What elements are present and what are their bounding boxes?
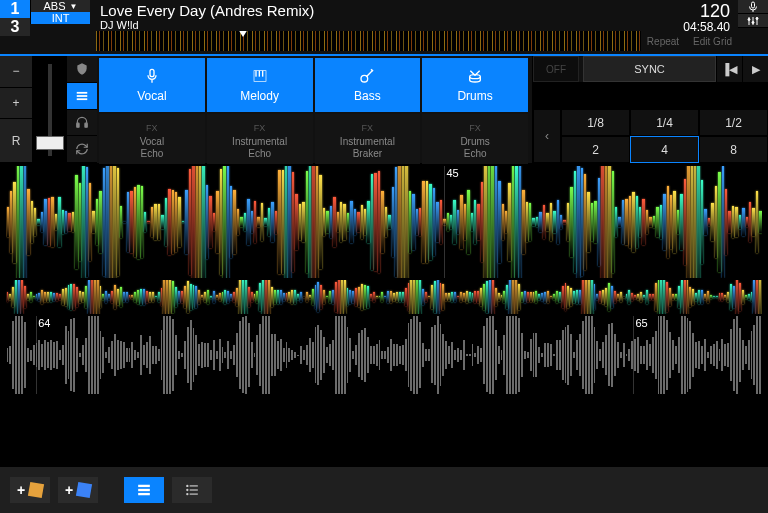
fx-name-line: Vocal	[140, 136, 164, 147]
svg-point-21	[186, 489, 188, 491]
stem-bass-button[interactable]: Bass	[315, 58, 421, 112]
stems-icon	[75, 89, 89, 103]
stem-vocal-button[interactable]: Vocal	[99, 58, 205, 112]
slip-off-indicator[interactable]: OFF	[533, 56, 579, 82]
stem-drums-button[interactable]: Drums	[422, 58, 528, 112]
int-mode-button[interactable]: INT	[30, 12, 90, 24]
chevron-left-icon: ‹	[545, 129, 549, 143]
mono-waveform[interactable]: 64 65	[6, 316, 762, 394]
stem-melody-button[interactable]: Melody	[207, 58, 313, 112]
main-waveform[interactable]: 45	[6, 166, 762, 278]
svg-point-3	[756, 17, 758, 19]
edit-grid-button[interactable]: Edit Grid	[693, 36, 732, 47]
fx-name-line: Echo	[464, 148, 487, 159]
svg-rect-18	[138, 493, 150, 495]
cube-icon	[28, 482, 44, 498]
controls-row: − + R Vocal	[0, 56, 768, 164]
svg-rect-16	[138, 485, 150, 487]
beat-cell[interactable]: 2	[561, 136, 630, 163]
fx-bass-button[interactable]: FX Instrumental Braker	[315, 114, 421, 168]
view-grid-button[interactable]	[124, 477, 164, 503]
track-overview-waveform[interactable]	[96, 31, 641, 51]
add-smart-crate-button[interactable]: +	[58, 477, 98, 503]
track-artist: DJ W!ld	[100, 19, 139, 31]
add-crate-button[interactable]: +	[10, 477, 50, 503]
sync-button[interactable]: SYNC	[583, 56, 716, 82]
fx-label: FX	[254, 123, 266, 133]
mic-button[interactable]	[738, 0, 768, 14]
svg-point-1	[748, 18, 750, 20]
bpm-value[interactable]: 120	[683, 2, 730, 20]
beat-cell-active[interactable]: 4	[630, 136, 699, 163]
svg-rect-0	[752, 2, 755, 8]
repeat-button[interactable]: Repeat	[647, 36, 679, 47]
beat-left-button[interactable]: ‹	[533, 109, 561, 163]
tag-button[interactable]	[67, 56, 97, 83]
svg-rect-22	[190, 489, 198, 490]
drums-icon	[465, 68, 485, 84]
svg-rect-24	[190, 494, 198, 495]
plus-icon: +	[65, 482, 73, 498]
stem-melody-label: Melody	[240, 89, 279, 103]
svg-rect-7	[77, 124, 79, 128]
svg-rect-20	[190, 485, 198, 486]
svg-point-23	[186, 493, 188, 495]
svg-rect-17	[138, 489, 150, 491]
microphone-icon	[142, 68, 162, 84]
fx-name-line: Echo	[140, 148, 163, 159]
stem-bass-label: Bass	[354, 89, 381, 103]
beat-cell[interactable]: 1/4	[630, 109, 699, 136]
svg-rect-5	[77, 95, 88, 97]
svg-rect-13	[262, 70, 263, 76]
svg-rect-12	[258, 70, 259, 76]
refresh-icon	[75, 142, 89, 156]
sync-lock-button[interactable]	[67, 136, 97, 163]
chevron-down-icon: ▼	[70, 2, 78, 11]
sliders-icon	[746, 15, 760, 27]
cue-button[interactable]	[67, 110, 97, 137]
play-mode-label: ABS	[44, 0, 66, 12]
deck-header: 1 3 ABS ▼ INT Love Every Day (Andres Rem…	[0, 0, 768, 56]
fx-name-line: Drums	[460, 136, 489, 147]
fx-drums-button[interactable]: FX Drums Echo	[422, 114, 528, 168]
beat-cell[interactable]: 1/2	[699, 109, 768, 136]
guitar-icon	[357, 68, 377, 84]
beat-cell[interactable]: 1/8	[561, 109, 630, 136]
skip-back-icon: ▐◀	[722, 63, 738, 76]
play-button[interactable]: ▶	[742, 56, 768, 82]
svg-rect-8	[85, 124, 87, 128]
view-list-button[interactable]	[172, 477, 212, 503]
rows-icon	[135, 483, 153, 497]
deck-number-primary[interactable]: 1	[0, 0, 30, 18]
stems-panel-button[interactable]	[67, 83, 97, 110]
beat-cell[interactable]: 8	[699, 136, 768, 163]
play-mode-selector[interactable]: ABS ▼	[30, 0, 90, 12]
playhead-marker-icon	[238, 31, 248, 37]
mixer-button[interactable]	[738, 14, 768, 28]
svg-point-2	[752, 21, 754, 23]
prev-track-button[interactable]: ▐◀	[716, 56, 742, 82]
shield-icon	[75, 62, 89, 76]
svg-rect-11	[255, 70, 256, 76]
svg-rect-4	[77, 92, 88, 94]
track-title: Love Every Day (Andres Remix)	[100, 2, 314, 19]
svg-point-19	[186, 485, 188, 487]
plus-icon: +	[17, 482, 25, 498]
fx-name-line: Echo	[248, 148, 271, 159]
fx-label: FX	[146, 123, 158, 133]
fx-name-line: Instrumental	[232, 136, 287, 147]
stem-drums-label: Drums	[457, 89, 492, 103]
reset-button[interactable]: R	[0, 119, 32, 163]
tempo-fader[interactable]	[33, 56, 67, 163]
fx-melody-button[interactable]: FX Instrumental Echo	[207, 114, 313, 168]
svg-rect-9	[150, 69, 154, 76]
cube-icon	[76, 482, 92, 498]
fader-knob-icon	[36, 136, 64, 150]
pitch-plus-button[interactable]: +	[0, 88, 32, 120]
beat-length-grid: ‹ 1/8 1/4 1/2 2 4 8	[533, 109, 768, 163]
fx-label: FX	[469, 123, 481, 133]
pitch-minus-button[interactable]: −	[0, 56, 32, 88]
stem-overview-waveform[interactable]	[6, 280, 762, 314]
fx-vocal-button[interactable]: FX Vocal Echo	[99, 114, 205, 168]
fx-name-line: Braker	[353, 148, 382, 159]
